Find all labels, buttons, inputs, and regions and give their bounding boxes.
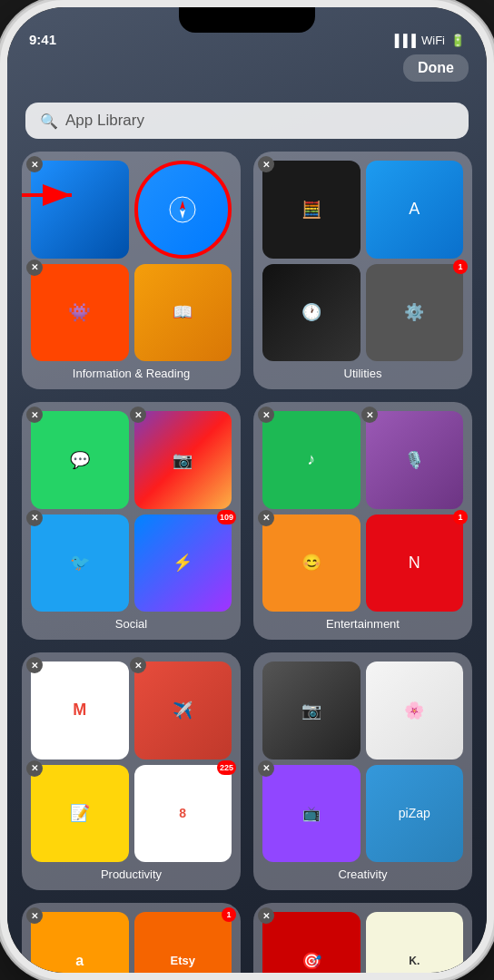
folder-apps: ✕ a 1 Etsy ✕ 🗺️ [31,912,232,973]
folder-creativity[interactable]: 📷 🌸 ✕ 📺 piZap [253,652,472,890]
folder-apps: ✕ 🎯 K. 🎟️ 1 ⛵ [262,912,463,973]
app-gmail[interactable]: ✕ M [31,662,129,760]
status-time: 9:41 [29,32,56,47]
folder-misc[interactable]: ✕ 🎯 K. 🎟️ 1 ⛵ [253,903,472,973]
badge-netflix: 1 [453,510,468,524]
app-store-wrapper: A [366,161,464,259]
app-spotify[interactable]: ✕ ♪ [262,411,361,509]
app-appstore[interactable]: A [366,161,464,259]
app-safari[interactable] [134,161,232,259]
app-twitter[interactable]: ✕ 🐦 [31,514,129,612]
close-x[interactable]: ✕ [26,510,43,526]
search-bar[interactable]: 🔍 App Library [25,103,469,139]
app-messenger[interactable]: 109 ⚡ [134,514,232,612]
app-books[interactable]: 📖 [134,264,232,362]
folder-apps: ✕ 🧮 A 🕐 [262,161,463,361]
phone-frame: 9:41 ▐▐▐ WiFi 🔋 Done 🔍 App Library [0,0,494,980]
folder-label-utilities: Utilities [262,367,463,380]
screen: 9:41 ▐▐▐ WiFi 🔋 Done 🔍 App Library [7,7,487,973]
close-x[interactable]: ✕ [26,657,43,673]
app-photos[interactable]: 🌸 [366,662,464,760]
notch [179,7,315,33]
app-airmail[interactable]: ✕ ✈️ [134,662,232,760]
app-amazon[interactable]: ✕ a [31,912,129,973]
close-x[interactable]: ✕ [26,156,43,172]
app-klarna[interactable]: K. [366,912,464,973]
badge-calendar: 225 [217,760,236,775]
badge-etsy: 1 [222,907,236,922]
phone-inner: 9:41 ▐▐▐ WiFi 🔋 Done 🔍 App Library [7,7,487,973]
status-icons: ▐▐▐ WiFi 🔋 [390,34,465,47]
folder-label-info: Information & Reading [31,367,232,380]
badge: 1 [453,260,468,274]
app-instagram[interactable]: ✕ 📷 [134,411,232,509]
app-netflix[interactable]: 1 N [366,514,464,612]
app-camera[interactable]: 📷 [262,662,361,760]
app-twitch[interactable]: ✕ 📺 [262,765,361,863]
close-x[interactable]: ✕ [258,407,274,423]
folder-label-creativity: Creativity [262,867,463,881]
folder-apps: 📷 🌸 ✕ 📺 piZap [262,662,463,862]
close-x[interactable]: ✕ [26,760,43,777]
folder-label-productivity: Productivity [31,867,232,881]
app-pizap[interactable]: piZap [366,765,464,863]
app-reddit[interactable]: ✕ 👾 [31,264,129,362]
grid-row-1: ✕ [22,152,472,389]
search-placeholder: App Library [65,112,144,130]
app-target[interactable]: ✕ 🎯 [262,912,361,973]
app-misc[interactable]: 1 ⚙️ [366,264,464,362]
folder-label-entertainment: Entertainment [262,617,463,631]
close-x[interactable]: ✕ [26,907,43,924]
badge-messenger: 109 [217,510,236,524]
folder-social[interactable]: ✕ 💬 ✕ 📷 ✕ 🐦 [22,402,241,640]
close-x[interactable]: ✕ [361,407,378,423]
close-x[interactable]: ✕ [130,657,146,673]
app-crunchyroll[interactable]: ✕ 😊 [262,514,361,612]
battery-icon: 🔋 [450,34,465,47]
done-button[interactable]: Done [403,54,469,82]
folder-entertainment[interactable]: ✕ ♪ ✕ 🎙️ ✕ 😊 [253,402,472,640]
close-x[interactable]: ✕ [258,760,274,777]
folder-productivity[interactable]: ✕ M ✕ ✈️ ✕ 📝 [22,652,241,890]
close-x[interactable]: ✕ [26,260,43,276]
folder-apps: ✕ 💬 ✕ 📷 ✕ 🐦 [31,411,232,612]
grid-row-4: ✕ a 1 Etsy ✕ 🗺️ [22,903,472,973]
folder-apps: ✕ [31,161,232,361]
close-x[interactable]: ✕ [26,407,43,423]
grid-row-2: ✕ 💬 ✕ 📷 ✕ 🐦 [22,402,472,640]
wifi-icon: WiFi [421,34,445,47]
safari-compass-icon [168,195,197,224]
app-calendar[interactable]: 225 8 [134,765,232,863]
close-x[interactable]: ✕ [258,156,274,172]
close-x[interactable]: ✕ [258,510,274,526]
folder-label-social: Social [31,617,232,631]
app-etsy[interactable]: 1 Etsy [134,912,232,973]
folder-utilities[interactable]: ✕ 🧮 A 🕐 [253,152,472,389]
folder-apps: ✕ ♪ ✕ 🎙️ ✕ 😊 [262,411,463,612]
close-x[interactable]: ✕ [258,907,274,924]
folder-info-reading[interactable]: ✕ [22,152,241,389]
folder-shopping[interactable]: ✕ a 1 Etsy ✕ 🗺️ [22,903,241,973]
signal-icon: ▐▐▐ [390,34,416,47]
grid-row-3: ✕ M ✕ ✈️ ✕ 📝 [22,652,472,890]
app-podcasts[interactable]: ✕ 🎙️ [366,411,464,509]
app-calculator[interactable]: ✕ 🧮 [262,161,361,259]
app-messages[interactable]: ✕ 💬 [31,411,129,509]
app-unknown-blue[interactable]: ✕ [31,161,129,259]
search-icon: 🔍 [40,113,58,130]
app-notes[interactable]: ✕ 📝 [31,765,129,863]
folder-apps: ✕ M ✕ ✈️ ✕ 📝 [31,662,232,862]
safari-wrapper [134,161,232,259]
app-clock[interactable]: 🕐 [262,264,361,362]
close-x[interactable]: ✕ [130,407,146,423]
app-grid: ✕ [7,152,487,973]
